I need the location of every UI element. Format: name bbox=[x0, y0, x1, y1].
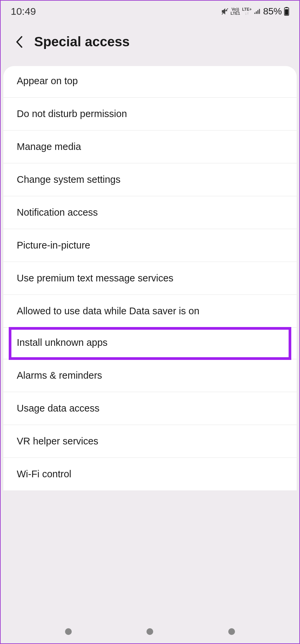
list-item-appear-on-top[interactable]: Appear on top bbox=[3, 66, 297, 98]
list-item-change-system-settings[interactable]: Change system settings bbox=[3, 163, 297, 196]
page-title: Special access bbox=[34, 34, 130, 49]
list-item-label: Alarms & reminders bbox=[17, 370, 102, 381]
list-item-alarms-reminders[interactable]: Alarms & reminders bbox=[3, 359, 297, 392]
nav-recents-button[interactable] bbox=[65, 628, 72, 635]
svg-rect-7 bbox=[285, 9, 288, 15]
list-item-label: Notification access bbox=[17, 207, 98, 218]
list-item-label: Appear on top bbox=[17, 75, 78, 86]
list-item-notification-access[interactable]: Notification access bbox=[3, 196, 297, 229]
network-type-icon: LTE+ ↓↑ bbox=[242, 7, 252, 15]
list-item-picture-in-picture[interactable]: Picture-in-picture bbox=[3, 229, 297, 262]
list-item-label: Usage data access bbox=[17, 403, 100, 414]
navigation-bar bbox=[1, 620, 299, 643]
nav-home-button[interactable] bbox=[146, 628, 153, 635]
list-item-label: Install unknown apps bbox=[17, 337, 108, 348]
list-item-do-not-disturb[interactable]: Do not disturb permission bbox=[3, 98, 297, 130]
settings-list: Appear on top Do not disturb permission … bbox=[3, 66, 297, 490]
list-item-label: Use premium text message services bbox=[17, 273, 173, 283]
svg-rect-2 bbox=[256, 11, 257, 14]
list-item-label: Manage media bbox=[17, 141, 81, 152]
battery-percentage: 85% bbox=[263, 6, 282, 17]
volte-icon: Vo)) LTE1 bbox=[231, 7, 240, 15]
svg-rect-1 bbox=[254, 13, 255, 14]
page-header: Special access bbox=[1, 21, 299, 66]
battery-icon bbox=[284, 7, 289, 16]
svg-rect-4 bbox=[259, 9, 260, 14]
status-icons: Vo)) LTE1 LTE+ ↓↑ 85% bbox=[221, 6, 289, 17]
status-time: 10:49 bbox=[11, 6, 36, 17]
list-item-premium-text[interactable]: Use premium text message services bbox=[3, 262, 297, 295]
list-item-usage-data-access[interactable]: Usage data access bbox=[3, 392, 297, 425]
list-item-label: Allowed to use data while Data saver is … bbox=[17, 306, 199, 316]
list-item-label: Picture-in-picture bbox=[17, 240, 90, 251]
svg-rect-3 bbox=[257, 10, 258, 14]
list-item-install-unknown-apps[interactable]: Install unknown apps bbox=[3, 328, 297, 359]
list-item-label: Change system settings bbox=[17, 174, 120, 185]
list-item-label: Do not disturb permission bbox=[17, 108, 127, 119]
list-item-wifi-control[interactable]: Wi-Fi control bbox=[3, 458, 297, 490]
mute-icon bbox=[221, 8, 229, 15]
signal-icon bbox=[254, 8, 261, 15]
list-item-label: VR helper services bbox=[17, 436, 98, 446]
list-item-manage-media[interactable]: Manage media bbox=[3, 130, 297, 163]
list-item-data-saver[interactable]: Allowed to use data while Data saver is … bbox=[3, 295, 297, 328]
status-bar: 10:49 Vo)) LTE1 LTE+ ↓↑ 85% bbox=[1, 1, 299, 21]
back-button[interactable] bbox=[14, 37, 24, 47]
list-item-vr-helper[interactable]: VR helper services bbox=[3, 425, 297, 458]
nav-back-button[interactable] bbox=[228, 628, 235, 635]
list-item-label: Wi-Fi control bbox=[17, 469, 71, 479]
